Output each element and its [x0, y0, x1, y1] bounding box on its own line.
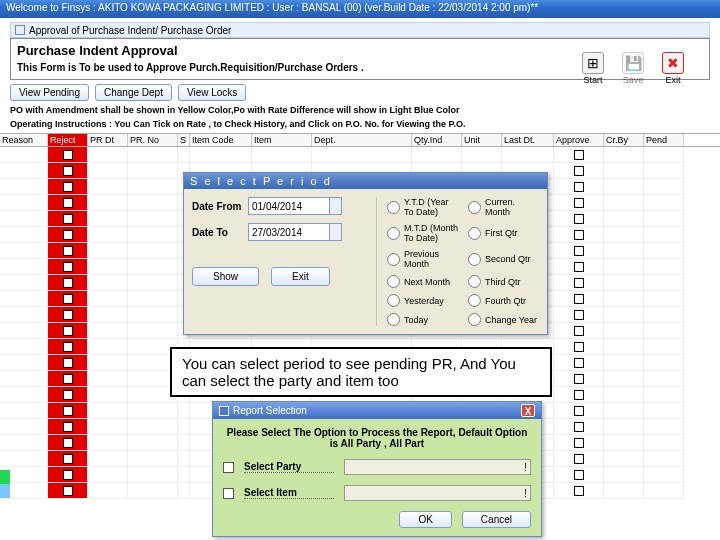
reject-checkbox[interactable] [63, 198, 73, 208]
save-action[interactable]: 💾 Save [616, 52, 650, 85]
grid-cell [48, 451, 88, 467]
reject-checkbox[interactable] [63, 454, 73, 464]
approve-checkbox[interactable] [574, 422, 584, 432]
period-radio[interactable] [468, 201, 481, 214]
period-radio[interactable] [387, 275, 400, 288]
reject-checkbox[interactable] [63, 278, 73, 288]
view-pending-button[interactable]: View Pending [10, 84, 89, 101]
reject-checkbox[interactable] [63, 326, 73, 336]
grid-cell [554, 307, 604, 323]
period-opt-next-month[interactable]: Next Month [387, 275, 458, 288]
period-opt-today[interactable]: Today [387, 313, 458, 326]
date-from-spinner[interactable] [330, 197, 342, 215]
period-opt-ytd[interactable]: Y.T.D (Year To Date) [387, 197, 458, 217]
reject-checkbox[interactable] [63, 390, 73, 400]
period-radio[interactable] [387, 294, 400, 307]
period-opt-prev-month[interactable]: Previous Month [387, 249, 458, 269]
approve-checkbox[interactable] [574, 294, 584, 304]
period-opt-q2[interactable]: Second Qtr [468, 249, 539, 269]
change-dept-button[interactable]: Change Dept [95, 84, 172, 101]
period-radio[interactable] [468, 294, 481, 307]
select-item-field[interactable]: ! [344, 485, 531, 501]
period-radio[interactable] [468, 253, 481, 266]
period-radio[interactable] [387, 201, 400, 214]
reject-checkbox[interactable] [63, 166, 73, 176]
period-exit-button[interactable]: Exit [271, 267, 330, 286]
period-radio[interactable] [468, 275, 481, 288]
grid-cell [178, 419, 190, 435]
approve-checkbox[interactable] [574, 406, 584, 416]
approve-checkbox[interactable] [574, 374, 584, 384]
grid-cell [88, 275, 128, 291]
grid-cell [178, 451, 190, 467]
period-opt-mtd[interactable]: M.T.D (Month To Date) [387, 223, 458, 243]
approve-checkbox[interactable] [574, 310, 584, 320]
select-item-checkbox[interactable] [223, 488, 234, 499]
grid-cell [48, 211, 88, 227]
grid-cell [644, 211, 684, 227]
select-party-checkbox[interactable] [223, 462, 234, 473]
approve-checkbox[interactable] [574, 182, 584, 192]
reject-checkbox[interactable] [63, 246, 73, 256]
reject-checkbox[interactable] [63, 310, 73, 320]
reject-checkbox[interactable] [63, 374, 73, 384]
reject-checkbox[interactable] [63, 358, 73, 368]
approve-checkbox[interactable] [574, 198, 584, 208]
select-party-field[interactable]: ! [344, 459, 531, 475]
reject-checkbox[interactable] [63, 182, 73, 192]
approve-checkbox[interactable] [574, 278, 584, 288]
view-locks-button[interactable]: View Locks [178, 84, 246, 101]
date-to-input[interactable] [248, 223, 330, 241]
approve-checkbox[interactable] [574, 230, 584, 240]
exit-action[interactable]: ✖ Exit [656, 52, 690, 85]
date-to-spinner[interactable] [330, 223, 342, 241]
approve-checkbox[interactable] [574, 454, 584, 464]
reject-checkbox[interactable] [63, 342, 73, 352]
approve-checkbox[interactable] [574, 246, 584, 256]
approve-checkbox[interactable] [574, 262, 584, 272]
period-opt-q3[interactable]: Third Qtr [468, 275, 539, 288]
period-radio[interactable] [387, 313, 400, 326]
approve-checkbox[interactable] [574, 358, 584, 368]
approve-checkbox[interactable] [574, 326, 584, 336]
period-opt-q4[interactable]: Fourth Qtr [468, 294, 539, 307]
report-ok-button[interactable]: OK [399, 511, 451, 528]
approve-checkbox[interactable] [574, 150, 584, 160]
reject-checkbox[interactable] [63, 470, 73, 480]
approve-checkbox[interactable] [574, 214, 584, 224]
date-from-input[interactable] [248, 197, 330, 215]
reject-checkbox[interactable] [63, 486, 73, 496]
reject-checkbox[interactable] [63, 294, 73, 304]
reject-checkbox[interactable] [63, 230, 73, 240]
approve-checkbox[interactable] [574, 390, 584, 400]
reject-checkbox[interactable] [63, 150, 73, 160]
grid-cell [48, 291, 88, 307]
grid-cell [88, 179, 128, 195]
period-radio[interactable] [387, 227, 400, 240]
period-opt-change-year[interactable]: Change Year [468, 313, 539, 326]
period-radio[interactable] [468, 227, 481, 240]
period-radio[interactable] [468, 313, 481, 326]
reject-checkbox[interactable] [63, 438, 73, 448]
grid-cell [128, 403, 178, 419]
approve-checkbox[interactable] [574, 438, 584, 448]
grid-cell [644, 483, 684, 499]
start-action[interactable]: ⊞ Start [576, 52, 610, 85]
reject-checkbox[interactable] [63, 422, 73, 432]
period-radio[interactable] [387, 253, 400, 266]
report-close-button[interactable]: X [521, 404, 535, 417]
grid-cell [48, 403, 88, 419]
grid-cell [644, 147, 684, 163]
period-opt-curr-month[interactable]: Curren. Month [468, 197, 539, 217]
reject-checkbox[interactable] [63, 214, 73, 224]
period-opt-yesterday[interactable]: Yesterday [387, 294, 458, 307]
reject-checkbox[interactable] [63, 406, 73, 416]
report-cancel-button[interactable]: Cancel [462, 511, 531, 528]
approve-checkbox[interactable] [574, 470, 584, 480]
approve-checkbox[interactable] [574, 342, 584, 352]
approve-checkbox[interactable] [574, 486, 584, 496]
period-show-button[interactable]: Show [192, 267, 259, 286]
reject-checkbox[interactable] [63, 262, 73, 272]
approve-checkbox[interactable] [574, 166, 584, 176]
period-opt-q1[interactable]: First Qtr [468, 223, 539, 243]
